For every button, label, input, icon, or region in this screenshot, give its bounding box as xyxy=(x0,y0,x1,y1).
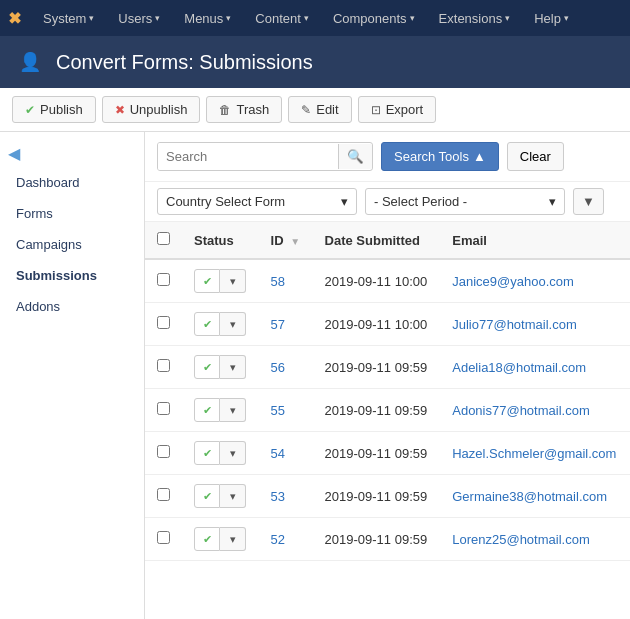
chevron-down-icon: ▾ xyxy=(410,13,415,23)
row-date-57: 2019-09-11 10:00 xyxy=(313,303,441,346)
nav-system[interactable]: System ▾ xyxy=(33,5,104,32)
row-id-link[interactable]: 53 xyxy=(271,489,285,504)
search-tools-button[interactable]: Search Tools ▲ xyxy=(381,142,499,171)
search-input[interactable] xyxy=(158,143,338,170)
chevron-down-icon: ▾ xyxy=(505,13,510,23)
sidebar-item-campaigns[interactable]: Campaigns xyxy=(0,229,144,260)
table-header-id[interactable]: ID ▼ xyxy=(259,222,313,259)
status-check-button[interactable]: ✔ xyxy=(194,484,220,508)
row-id-52: 52 xyxy=(259,518,313,561)
edit-button[interactable]: ✎ Edit xyxy=(288,96,351,123)
table-header-checkbox xyxy=(145,222,182,259)
clear-button[interactable]: Clear xyxy=(507,142,564,171)
nav-components[interactable]: Components ▾ xyxy=(323,5,425,32)
status-dropdown-button[interactable]: ▾ xyxy=(220,527,246,551)
row-select-checkbox[interactable] xyxy=(157,316,170,329)
form-filter[interactable]: Country Select Form ▾ xyxy=(157,188,357,215)
row-id-link[interactable]: 57 xyxy=(271,317,285,332)
export-icon: ⊡ xyxy=(371,103,381,117)
row-email-56: Adelia18@hotmail.com xyxy=(440,346,630,389)
row-email-link[interactable]: Lorenz25@hotmail.com xyxy=(452,532,589,547)
row-select-checkbox[interactable] xyxy=(157,488,170,501)
row-select-checkbox[interactable] xyxy=(157,273,170,286)
chevron-down-icon: ▾ xyxy=(226,13,231,23)
row-date-56: 2019-09-11 09:59 xyxy=(313,346,441,389)
sidebar-item-dashboard[interactable]: Dashboard xyxy=(0,167,144,198)
nav-users[interactable]: Users ▾ xyxy=(108,5,170,32)
row-status-52: ✔ ▾ xyxy=(182,518,259,561)
page-title: Convert Forms: Submissions xyxy=(56,51,313,74)
row-select-checkbox[interactable] xyxy=(157,445,170,458)
row-date-53: 2019-09-11 09:59 xyxy=(313,475,441,518)
status-check-button[interactable]: ✔ xyxy=(194,269,220,293)
chevron-down-icon: ▾ xyxy=(564,13,569,23)
row-select-checkbox[interactable] xyxy=(157,359,170,372)
nav-content[interactable]: Content ▾ xyxy=(245,5,319,32)
sidebar-item-forms[interactable]: Forms xyxy=(0,198,144,229)
status-dropdown-button[interactable]: ▾ xyxy=(220,355,246,379)
row-id-link[interactable]: 58 xyxy=(271,274,285,289)
chevron-down-icon: ▾ xyxy=(89,13,94,23)
sidebar-item-submissions[interactable]: Submissions xyxy=(0,260,144,291)
row-select-checkbox[interactable] xyxy=(157,531,170,544)
period-filter[interactable]: - Select Period - ▾ xyxy=(365,188,565,215)
row-select-checkbox[interactable] xyxy=(157,402,170,415)
row-status-56: ✔ ▾ xyxy=(182,346,259,389)
row-id-link[interactable]: 54 xyxy=(271,446,285,461)
table-row: ✔ ▾ 55 2019-09-11 09:59 Adonis77@hotmail… xyxy=(145,389,630,432)
row-email-link[interactable]: Hazel.Schmeler@gmail.com xyxy=(452,446,616,461)
row-id-link[interactable]: 55 xyxy=(271,403,285,418)
unpublish-button[interactable]: ✖ Unpublish xyxy=(102,96,201,123)
row-date-55: 2019-09-11 09:59 xyxy=(313,389,441,432)
status-check-button[interactable]: ✔ xyxy=(194,527,220,551)
row-checkbox-58 xyxy=(145,259,182,303)
main-content: 🔍 Search Tools ▲ Clear Country Select Fo… xyxy=(145,132,630,619)
row-email-link[interactable]: Germaine38@hotmail.com xyxy=(452,489,607,504)
nav-extensions[interactable]: Extensions ▾ xyxy=(429,5,521,32)
sidebar: ◀ Dashboard Forms Campaigns Submissions … xyxy=(0,132,145,619)
row-date-52: 2019-09-11 09:59 xyxy=(313,518,441,561)
nav-menus[interactable]: Menus ▾ xyxy=(174,5,241,32)
trash-button[interactable]: 🗑 Trash xyxy=(206,96,282,123)
top-navigation: ✖ System ▾ Users ▾ Menus ▾ Content ▾ Com… xyxy=(0,0,630,36)
status-dropdown-button[interactable]: ▾ xyxy=(220,484,246,508)
row-email-link[interactable]: Julio77@hotmail.com xyxy=(452,317,576,332)
sidebar-toggle[interactable]: ◀ xyxy=(0,140,144,167)
row-id-55: 55 xyxy=(259,389,313,432)
row-email-link[interactable]: Adelia18@hotmail.com xyxy=(452,360,586,375)
table-row: ✔ ▾ 57 2019-09-11 10:00 Julio77@hotmail.… xyxy=(145,303,630,346)
status-dropdown-button[interactable]: ▾ xyxy=(220,398,246,422)
chevron-down-icon: ▾ xyxy=(304,13,309,23)
status-check-button[interactable]: ✔ xyxy=(194,398,220,422)
row-checkbox-54 xyxy=(145,432,182,475)
page-header: 👤 Convert Forms: Submissions xyxy=(0,36,630,88)
status-dropdown-button[interactable]: ▾ xyxy=(220,312,246,336)
chevron-down-icon: ▾ xyxy=(155,13,160,23)
status-check-button[interactable]: ✔ xyxy=(194,441,220,465)
row-id-58: 58 xyxy=(259,259,313,303)
row-email-53: Germaine38@hotmail.com xyxy=(440,475,630,518)
table-row: ✔ ▾ 56 2019-09-11 09:59 Adelia18@hotmail… xyxy=(145,346,630,389)
row-id-link[interactable]: 52 xyxy=(271,532,285,547)
sidebar-item-addons[interactable]: Addons xyxy=(0,291,144,322)
select-all-checkbox[interactable] xyxy=(157,232,170,245)
search-submit-button[interactable]: 🔍 xyxy=(338,144,372,169)
check-icon: ✔ xyxy=(25,103,35,117)
toolbar: ✔ Publish ✖ Unpublish 🗑 Trash ✎ Edit ⊡ E… xyxy=(0,88,630,132)
status-check-button[interactable]: ✔ xyxy=(194,355,220,379)
publish-button[interactable]: ✔ Publish xyxy=(12,96,96,123)
nav-help[interactable]: Help ▾ xyxy=(524,5,579,32)
row-status-57: ✔ ▾ xyxy=(182,303,259,346)
status-check-button[interactable]: ✔ xyxy=(194,312,220,336)
status-dropdown-button[interactable]: ▾ xyxy=(220,269,246,293)
row-status-54: ✔ ▾ xyxy=(182,432,259,475)
row-email-54: Hazel.Schmeler@gmail.com xyxy=(440,432,630,475)
export-button[interactable]: ⊡ Export xyxy=(358,96,437,123)
extra-filter[interactable]: ▼ xyxy=(573,188,604,215)
row-email-link[interactable]: Adonis77@hotmail.com xyxy=(452,403,589,418)
status-dropdown-button[interactable]: ▾ xyxy=(220,441,246,465)
row-id-link[interactable]: 56 xyxy=(271,360,285,375)
row-email-link[interactable]: Janice9@yahoo.com xyxy=(452,274,574,289)
row-status-55: ✔ ▾ xyxy=(182,389,259,432)
submissions-table: Status ID ▼ Date Submitted Email xyxy=(145,222,630,561)
